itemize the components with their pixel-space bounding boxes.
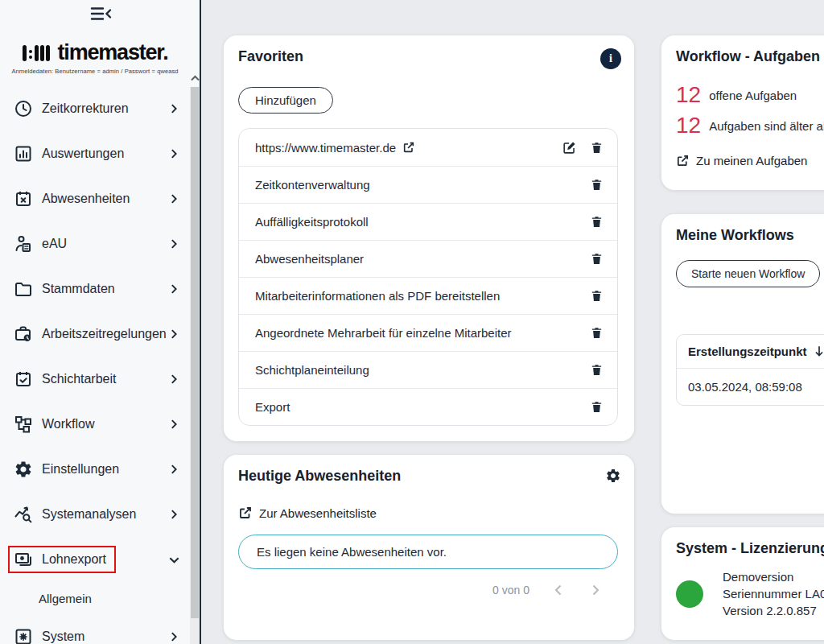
favorites-card-title: Favoriten	[238, 48, 303, 65]
todays-absences-card: Heutige Abwesenheiten Zur Abwesenheitsli…	[224, 455, 634, 640]
sidebar-item-eau[interactable]: eAU	[0, 221, 190, 266]
trash-icon[interactable]	[588, 214, 604, 230]
table-header-erstellungszeitpunkt[interactable]: Erstellungszeitpunkt	[677, 335, 824, 369]
sidebar-item-schichtarbeit[interactable]: Schichtarbeit	[0, 357, 190, 402]
sidebar-item-auswertungen[interactable]: Auswertungen	[0, 131, 190, 176]
license-status-indicator	[676, 580, 703, 608]
start-workflow-button[interactable]: Starte neuen Workflow	[676, 260, 820, 287]
favorite-row[interactable]: Auffälligkeitsprotokoll	[239, 203, 617, 240]
workflow-tasks-title: Workflow - Aufgaben	[676, 48, 820, 65]
sidebar-item-lohnexport[interactable]: Lohnexport	[0, 537, 190, 582]
chevron-right-icon	[167, 102, 180, 115]
favorite-row[interactable]: Zeitkontenverwaltung	[239, 166, 617, 203]
logo-text: timemaster.	[58, 40, 168, 65]
chevron-right-icon	[167, 373, 180, 386]
chevron-right-icon	[167, 328, 180, 341]
sidebar-subitem-allgemein[interactable]: Allgemein	[0, 582, 190, 614]
bar-chart-icon	[13, 143, 34, 164]
favorite-row[interactable]: Export	[239, 388, 617, 425]
chart-magnifier-icon	[13, 504, 34, 525]
sidebar-item-zeitkorrekturen[interactable]: Zeitkorrekturen	[0, 86, 190, 131]
favorite-row[interactable]: Angeordnete Mehrarbeit für einzelne Mita…	[239, 314, 617, 351]
favorite-row-timemaster-link[interactable]: https://www.timemaster.de	[239, 129, 617, 166]
pagination: 0 von 0	[224, 582, 604, 598]
person-document-icon	[13, 233, 34, 254]
favorite-row[interactable]: Schichtplaneinteilung	[239, 351, 617, 388]
trash-icon[interactable]	[588, 399, 604, 415]
chevron-right-icon	[167, 630, 180, 643]
menu-collapse-icon	[89, 6, 113, 22]
calendar-x-icon	[13, 188, 34, 209]
my-tasks-link[interactable]: Zu meinen Aufgaben	[676, 154, 824, 167]
no-absences-message: Es liegen keine Abwesenheiten vor.	[238, 535, 618, 569]
info-icon[interactable]: i	[600, 48, 621, 69]
chevron-right-icon	[167, 463, 180, 476]
sidebar-item-workflow[interactable]: Workflow	[0, 402, 190, 447]
favorites-list: https://www.timemaster.de	[238, 128, 618, 426]
external-link-icon	[238, 506, 253, 520]
sidebar-item-stammdaten[interactable]: Stammdaten	[0, 266, 190, 312]
sidebar: timemaster. Anmeldedaten: Benutzername =…	[0, 0, 201, 644]
chevron-right-icon	[167, 418, 180, 431]
sidebar-scrollbar	[190, 71, 200, 644]
absences-card-title: Heutige Abwesenheiten	[238, 468, 401, 485]
banknote-icon	[13, 549, 34, 570]
chevron-down-icon	[167, 553, 180, 566]
favorites-card: Favoriten i Hinzufügen https://www.timem…	[224, 35, 634, 441]
chevron-right-icon	[167, 192, 180, 205]
my-workflows-title: Meine Workflows	[676, 227, 794, 244]
trash-icon[interactable]	[588, 177, 604, 193]
pagination-count: 0 von 0	[492, 584, 529, 597]
folder-icon	[13, 279, 34, 299]
login-hint: Anmeldedaten: Benutzername = admin / Pas…	[0, 68, 190, 75]
sort-descending-icon	[814, 345, 824, 357]
trash-icon[interactable]	[588, 325, 604, 341]
sidebar-item-abwesenheiten[interactable]: Abwesenheiten	[0, 176, 190, 221]
chevron-right-icon	[167, 147, 180, 160]
logo: timemaster.	[0, 40, 190, 65]
clock-icon	[13, 98, 34, 119]
scrollbar-track[interactable]	[190, 87, 200, 644]
trash-icon[interactable]	[588, 251, 604, 267]
chevron-right-icon[interactable]	[587, 582, 604, 598]
briefcase-clock-icon	[13, 324, 34, 345]
chevron-right-icon	[167, 508, 180, 521]
favorite-row[interactable]: Abwesenheitsplaner	[239, 240, 617, 277]
dashboard: timemaster. Anmeldedaten: Benutzername =…	[0, 0, 824, 644]
workflow-diagram-icon	[13, 414, 34, 435]
chevron-left-icon[interactable]	[550, 582, 566, 598]
sidebar-collapse-button[interactable]	[85, 3, 117, 24]
calendar-check-icon	[13, 369, 34, 390]
license-card-title: System - Lizenzierung	[676, 540, 824, 557]
trash-icon[interactable]	[588, 362, 604, 378]
scrollbar-thumb[interactable]	[191, 87, 199, 618]
edit-icon[interactable]	[561, 139, 577, 155]
older-tasks-count: 12	[676, 114, 701, 138]
sidebar-item-einstellungen[interactable]: Einstellungen	[0, 447, 190, 492]
sidebar-item-systemanalysen[interactable]: Systemanalysen	[0, 492, 190, 537]
sidebar-menu: Zeitkorrekturen Auswertungen Abwesenhe	[0, 86, 190, 644]
trash-icon[interactable]	[588, 139, 604, 155]
favorite-row[interactable]: Mitarbeiterinformationen als PDF bereits…	[239, 277, 617, 314]
open-tasks-count: 12	[676, 83, 701, 107]
scrollbar-up-button[interactable]	[190, 71, 200, 85]
table-row[interactable]: 03.05.2024, 08:59:08	[677, 369, 824, 405]
gear-icon	[13, 459, 34, 480]
chevron-right-icon	[167, 237, 180, 250]
settings-gear-icon[interactable]	[605, 468, 621, 484]
chevron-right-icon	[167, 283, 180, 295]
license-card: System - Lizenzierung Demoversion Serien…	[661, 527, 824, 640]
timemaster-logo-mark-icon	[23, 43, 52, 63]
license-info: Demoversion Seriennummer LA09 Version 2.…	[723, 568, 824, 619]
sidebar-item-system[interactable]: System	[0, 614, 190, 644]
add-favorite-button[interactable]: Hinzufügen	[238, 87, 333, 114]
external-link-icon	[676, 154, 690, 167]
lohnexport-highlight-box: Lohnexport	[8, 546, 116, 573]
trash-icon[interactable]	[588, 288, 604, 304]
my-workflows-card: Meine Workflows Starte neuen Workflow Er…	[661, 214, 824, 514]
absences-list-link[interactable]: Zur Abwesenheitsliste	[238, 506, 634, 520]
external-link-icon	[402, 141, 415, 154]
gear-square-icon	[13, 626, 34, 644]
workflows-table: Erstellungszeitpunkt 03.05.2024, 08:59:0…	[676, 334, 824, 406]
sidebar-item-arbeitszeitregelungen[interactable]: Arbeitszeitregelungen	[0, 312, 190, 357]
